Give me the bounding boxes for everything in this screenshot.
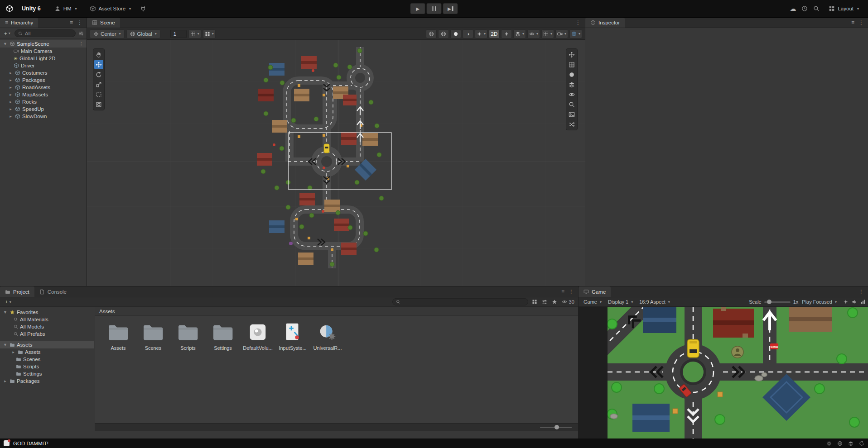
tab-project[interactable]: Project [0,286,34,297]
stats-icon[interactable] [860,299,866,305]
scene-viewport[interactable] [87,40,585,286]
asset-tile-settings[interactable]: Settings [207,321,239,351]
tab-hierarchy[interactable]: ≡ Hierarchy [0,18,38,28]
asset-tile-volume-profile[interactable]: DefaultVolu... [241,321,274,351]
game-mode-dropdown[interactable]: Game▾ [581,298,604,305]
hierarchy-item-mapassets[interactable]: ▸MapAssets [0,91,87,98]
asset-tile-scripts[interactable]: Scripts [172,321,204,351]
expander-icon[interactable]: ▸ [8,92,13,97]
overlay-shuffle-icon[interactable] [567,119,576,129]
panel-menu-icon[interactable]: ⋮ [569,289,574,295]
expander-icon[interactable]: ▸ [8,100,13,104]
log-icon[interactable] [4,440,10,446]
hierarchy-item-rocks[interactable]: ▸Rocks [0,98,87,105]
open-asset-icon[interactable] [532,299,537,305]
snap-increment-dropdown[interactable]: ▾ [203,29,216,38]
tool-handle-rotation-dropdown[interactable]: Global▾ [126,29,160,38]
search-icon[interactable] [813,5,820,12]
hierarchy-search-input[interactable]: All [14,29,76,37]
audio-toggle[interactable] [450,29,461,38]
hierarchy-item-global-light[interactable]: ☀Global Light 2D [0,55,87,62]
effects-dropdown[interactable]: ▾ [475,29,487,38]
layout-menu[interactable]: Layout ▾ [825,4,863,14]
overlay-eye-icon[interactable] [567,90,576,99]
overlay-move-icon[interactable] [567,50,576,59]
rotate-tool[interactable] [94,70,103,79]
move-tool[interactable] [94,60,103,69]
panel-menu-icon[interactable]: ⋮ [575,19,581,26]
scale-slider[interactable] [764,301,791,303]
search-filter-icon[interactable] [78,31,84,36]
rect-tool[interactable] [94,90,103,99]
vfx-sparkle-icon[interactable] [843,299,849,305]
cloud-icon[interactable]: ☁ [790,5,796,12]
step-button[interactable]: ▶ [443,3,458,14]
kebab-icon[interactable]: ⋮ [79,41,84,47]
tree-packages[interactable]: ▸ Packages [0,377,94,385]
hierarchy-item-packages[interactable]: ▸Packages [0,76,87,84]
isolation-toggle[interactable] [501,29,512,38]
favorites-header[interactable]: ▼ Favorites [0,309,94,316]
hidden-count[interactable]: 30 [562,299,574,305]
scale-tool[interactable] [94,80,103,89]
tree-assets-child[interactable]: ▸ Assets [0,348,94,356]
expander-icon[interactable]: ▸ [8,71,13,75]
player-car[interactable] [324,144,329,153]
tree-scripts[interactable]: Scripts [0,363,94,370]
hierarchy-item-costumers[interactable]: ▸Costumers [0,69,87,76]
asset-zoom-slider[interactable] [540,427,572,428]
filter-sliders-icon[interactable] [542,299,547,305]
create-asset-button[interactable]: +▾ [4,299,13,305]
play-button[interactable]: ▶ [410,3,425,14]
play-focused-dropdown[interactable]: Play Focused▾ [799,298,839,305]
tab-inspector[interactable]: Inspector [585,18,625,28]
project-search-input[interactable] [392,298,528,305]
panel-lock-icon[interactable]: ≡ [851,19,854,26]
status-gear-icon[interactable] [826,441,832,446]
asset-tile-assets[interactable]: Assets [102,321,135,351]
tab-console[interactable]: Console [34,286,72,297]
favorite-all-materials[interactable]: All Materials [0,316,94,323]
view-hand-tool[interactable] [94,50,103,59]
world-space-dropdown[interactable]: ▾ [569,29,582,38]
hierarchy-item-main-camera[interactable]: Main Camera [0,48,87,55]
layers-dropdown[interactable]: ▾ [513,29,526,38]
visibility-dropdown[interactable]: ▾ [527,29,540,38]
2d-mode-toggle[interactable]: 2D [489,29,500,38]
panel-lock-icon[interactable]: ≡ [70,19,73,26]
hierarchy-item-speedup[interactable]: ▸SpeedUp [0,105,87,113]
grid-visual-dropdown[interactable]: ▾ [541,29,554,38]
tree-settings[interactable]: Settings [0,370,94,377]
favorite-all-models[interactable]: All Models [0,323,94,330]
pause-button[interactable] [427,3,442,14]
panel-lock-icon[interactable]: ≡ [561,289,564,295]
status-activity-icon[interactable] [859,441,864,446]
game-viewport[interactable]: SUBW [608,307,868,439]
aspect-dropdown[interactable]: 16:9 Aspect▾ [637,298,673,305]
tab-scene[interactable]: Scene [87,18,120,28]
game-player-car[interactable] [687,339,699,357]
status-message[interactable]: GOD DAMMIT! [13,441,48,446]
tab-game[interactable]: Game [579,286,611,297]
overlay-grid-icon[interactable] [567,60,576,69]
status-network-icon[interactable] [837,441,843,446]
tree-assets-root[interactable]: ▼ Assets [0,341,94,348]
asset-tile-scenes[interactable]: Scenes [137,321,169,351]
expander-icon[interactable]: ▸ [8,107,13,111]
add-gameobject-button[interactable]: +▾ [3,31,12,36]
status-layers-icon[interactable] [848,441,854,446]
overlay-search-icon[interactable] [567,100,576,109]
expander-icon[interactable]: ▼ [3,42,8,46]
hierarchy-scene-row[interactable]: ▼ SampleScene ⋮ [0,40,87,48]
expander-icon[interactable]: ▸ [8,78,13,82]
asset-tile-input-actions[interactable]: InputSyste... [276,321,309,351]
account-menu[interactable]: HM ▾ [51,4,81,14]
overlay-image-icon[interactable] [567,110,576,119]
hierarchy-item-roadassets[interactable]: ▸RoadAssets [0,84,87,91]
panel-menu-icon[interactable]: ⋮ [858,19,864,26]
expander-icon[interactable]: ▸ [8,114,13,119]
mute-audio-icon[interactable] [852,299,857,305]
display-dropdown[interactable]: Display 1▾ [605,298,636,305]
history-icon[interactable] [801,5,808,12]
favorite-star-icon[interactable] [552,299,557,305]
